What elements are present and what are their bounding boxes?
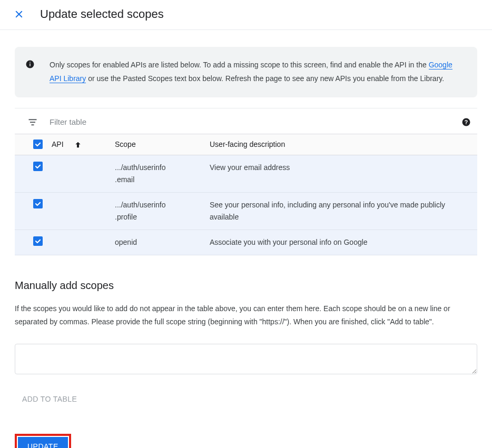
row-checkbox[interactable] (33, 199, 43, 208)
row-checkbox[interactable] (33, 236, 43, 246)
table-row: .../auth/userinfo.profileSee your person… (15, 192, 477, 230)
table-row: .../auth/userinfo.emailView your email a… (15, 155, 477, 192)
svg-rect-5 (29, 119, 37, 120)
svg-rect-3 (29, 64, 31, 66)
row-api (52, 230, 115, 255)
svg-rect-7 (32, 124, 34, 125)
table-header-row: API Scope User-facing description (15, 134, 477, 155)
select-all-checkbox[interactable] (33, 140, 43, 149)
column-header-scope[interactable]: Scope (115, 134, 210, 155)
svg-rect-6 (30, 122, 35, 123)
scopes-table: API Scope User-facing description .../au… (15, 134, 477, 255)
manual-section: Manually add scopes If the scopes you wo… (15, 255, 477, 407)
sort-arrow-up-icon (74, 141, 82, 149)
info-text: Only scopes for enabled APIs are listed … (50, 58, 463, 86)
row-api (52, 192, 115, 230)
info-text-after: or use the Pasted Scopes text box below.… (86, 74, 444, 83)
column-header-description[interactable]: User-facing description (210, 134, 477, 155)
filter-input[interactable] (50, 117, 455, 126)
column-header-api[interactable]: API (52, 134, 115, 155)
row-api (52, 155, 115, 192)
row-scope: openid (115, 230, 210, 255)
add-to-table-button[interactable]: ADD TO TABLE (15, 391, 84, 407)
row-description: See your personal info, including any pe… (210, 192, 477, 230)
filter-icon[interactable] (27, 117, 38, 127)
manual-scopes-textarea[interactable] (15, 344, 477, 374)
info-icon (25, 59, 36, 70)
close-button[interactable] (13, 8, 25, 21)
update-button-highlight: UPDATE (15, 434, 71, 448)
row-description: Associate you with your personal info on… (210, 230, 477, 255)
close-icon (14, 9, 24, 19)
dialog-header: Update selected scopes (0, 0, 492, 30)
help-icon[interactable]: ? (461, 117, 471, 127)
dialog-footer: UPDATE (0, 407, 492, 448)
manual-description: If the scopes you would like to add do n… (15, 302, 477, 328)
filter-row: ? (15, 108, 477, 134)
info-text-before: Only scopes for enabled APIs are listed … (50, 61, 429, 69)
dialog-title: Update selected scopes (40, 7, 164, 21)
svg-text:?: ? (465, 119, 468, 125)
row-scope: .../auth/userinfo.email (115, 155, 210, 192)
row-scope: .../auth/userinfo.profile (115, 192, 210, 230)
table-row: openidAssociate you with your personal i… (15, 230, 477, 255)
info-box: Only scopes for enabled APIs are listed … (15, 47, 477, 97)
manual-title: Manually add scopes (15, 280, 477, 292)
svg-rect-4 (29, 62, 31, 63)
row-description: View your email address (210, 155, 477, 192)
update-button[interactable]: UPDATE (18, 437, 68, 448)
row-checkbox[interactable] (33, 162, 43, 171)
